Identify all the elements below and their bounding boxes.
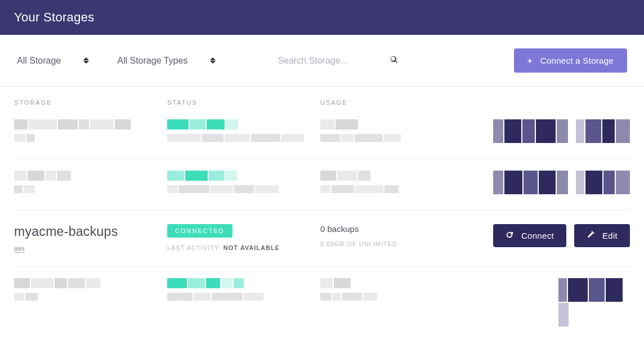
filter-type-label: All Storage Types [117,56,187,66]
search-input[interactable] [278,56,390,66]
toolbar: All Storage All Storage Types + Connect … [0,35,644,87]
column-storage: STORAGE [14,99,167,106]
column-usage: USAGE [320,99,630,106]
connect-storage-label: Connect a Storage [540,56,614,65]
search-icon[interactable] [390,56,398,66]
status-cell: CONNECTED LAST ACTIVITY: NOT AVAILABLE [167,224,320,251]
actions-cell: Connect Edit [484,224,630,247]
sort-icon [83,57,89,64]
edit-icon [587,231,594,240]
storage-table: STORAGE STATUS USAGE [0,87,644,342]
plus-icon: + [527,56,533,65]
storage-cell: myacme-backups aws [14,224,167,253]
table-row [14,266,630,342]
storage-name: myacme-backups [14,224,167,239]
search-wrap [278,56,398,66]
column-status: STATUS [167,99,320,106]
usage-cell: 0 backups 0.09GB OF UNLIMITED [320,224,484,247]
edit-button[interactable]: Edit [574,224,630,247]
sort-icon [210,57,216,64]
usage-detail: 0.09GB OF UNLIMITED [320,240,484,247]
filter-storage-label: All Storage [17,56,61,66]
table-row: myacme-backups aws CONNECTED LAST ACTIVI… [14,210,630,266]
edit-button-label: Edit [602,231,618,240]
connect-storage-button[interactable]: + Connect a Storage [514,48,627,73]
last-activity-value: NOT AVAILABLE [223,244,280,251]
status-badge: CONNECTED [167,224,232,238]
filter-type-select[interactable]: All Storage Types [117,56,216,66]
page-header: Your Storages [0,0,644,35]
table-row [14,159,630,210]
table-row [14,114,630,159]
refresh-icon [506,231,513,240]
backup-count: 0 backups [320,224,484,234]
connect-button[interactable]: Connect [493,224,566,247]
last-activity: LAST ACTIVITY: NOT AVAILABLE [167,244,320,251]
connect-button-label: Connect [521,231,554,240]
provider-badge: aws [14,245,25,253]
page-title: Your Storages [14,10,630,25]
table-header: STORAGE STATUS USAGE [14,87,630,114]
last-activity-label: LAST ACTIVITY: [167,244,221,251]
filter-storage-select[interactable]: All Storage [17,56,89,66]
